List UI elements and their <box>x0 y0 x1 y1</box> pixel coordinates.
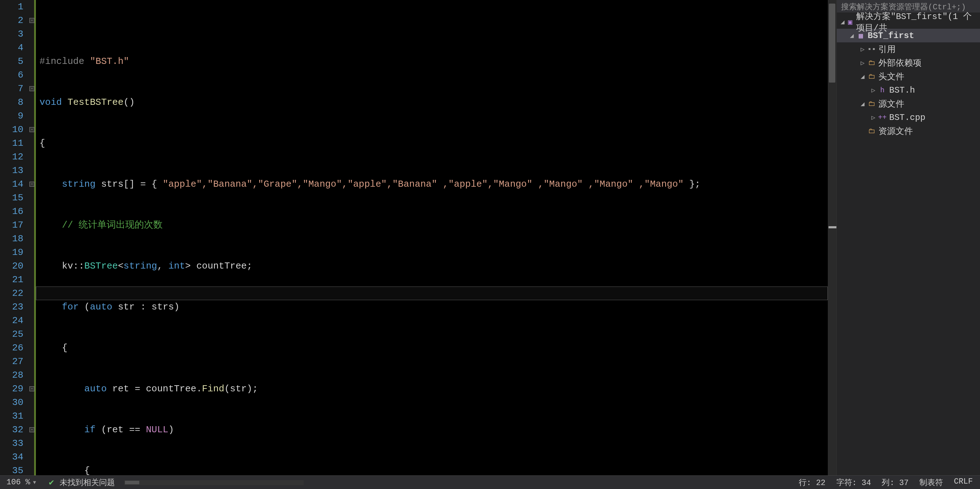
line-number[interactable]: 20 <box>0 259 23 273</box>
status-bar: 106 % ▼ ✔ 未找到相关问题 行: 22 字符: 34 列: 37 制表符… <box>0 475 980 489</box>
resources-label: 资源文件 <box>878 125 913 137</box>
line-number[interactable]: 24 <box>0 314 23 327</box>
tree-header-file[interactable]: ▷ h BST.h <box>837 83 980 97</box>
eol-mode[interactable]: CRLF <box>954 477 973 488</box>
expander-icon[interactable]: ◢ <box>848 32 856 40</box>
line-number[interactable]: 25 <box>0 327 23 341</box>
fold-toggle-icon[interactable]: - <box>29 127 35 132</box>
chevron-down-icon: ▼ <box>33 479 36 486</box>
folder-icon: 🗀 <box>867 72 876 81</box>
horizontal-scrollbar[interactable] <box>124 480 304 485</box>
overview-mark <box>829 226 837 228</box>
line-number[interactable]: 16 <box>0 205 23 218</box>
code-text-area[interactable]: #include "BST.h" void TestBSTree() { str… <box>36 0 828 475</box>
folder-icon: 🗀 <box>867 59 876 67</box>
fold-toggle-icon[interactable]: - <box>29 18 35 23</box>
line-number[interactable]: 22 <box>0 287 23 300</box>
expander-icon[interactable]: ◢ <box>839 18 846 26</box>
fold-column[interactable]: - - - - - - - <box>29 0 36 475</box>
tree-references-node[interactable]: ▷ ▪▪ 引用 <box>837 42 980 56</box>
fold-toggle-icon[interactable]: - <box>29 86 35 91</box>
line-number[interactable]: 21 <box>0 273 23 287</box>
cpp-file-icon: ++ <box>878 113 887 122</box>
zoom-dropdown[interactable]: 106 % ▼ <box>3 477 43 487</box>
line-number[interactable]: 5 <box>0 54 23 68</box>
line-number[interactable]: 33 <box>0 436 23 450</box>
project-icon: ▦ <box>856 31 865 40</box>
line-number[interactable]: 10 <box>0 123 23 137</box>
main-area: 1 2 3 4 5 6 7 8 9 10 11 12 13 14 15 16 1… <box>0 0 980 475</box>
solution-label: 解决方案"BST_first"(1 个项目/共 <box>856 10 980 33</box>
expander-icon[interactable]: ▷ <box>869 113 878 121</box>
cursor-char[interactable]: 字符: 34 <box>837 477 871 488</box>
line-number[interactable]: 1 <box>0 0 23 14</box>
code-editor[interactable]: 1 2 3 4 5 6 7 8 9 10 11 12 13 14 15 16 1… <box>0 0 837 475</box>
line-number[interactable]: 23 <box>0 300 23 314</box>
tree-source-file[interactable]: ▷ ++ BST.cpp <box>837 111 980 124</box>
expander-icon[interactable]: ▷ <box>858 59 867 67</box>
line-number[interactable]: 31 <box>0 409 23 423</box>
vertical-scrollbar[interactable] <box>828 0 837 475</box>
headers-label: 头文件 <box>878 71 904 82</box>
folder-icon: 🗀 <box>867 127 876 135</box>
expander-icon[interactable]: ▷ <box>858 45 867 53</box>
fold-toggle-icon[interactable]: - <box>29 182 35 187</box>
line-number[interactable]: 9 <box>0 109 23 123</box>
source-file-label: BST.cpp <box>889 113 926 123</box>
header-file-icon: h <box>878 86 887 94</box>
expander-icon[interactable]: ▷ <box>869 86 878 94</box>
line-number[interactable]: 26 <box>0 341 23 355</box>
folder-icon: 🗀 <box>867 99 876 108</box>
current-line-indicator <box>36 287 828 300</box>
tree-sources-node[interactable]: ◢ 🗀 源文件 <box>837 97 980 111</box>
tree-headers-node[interactable]: ◢ 🗀 头文件 <box>837 70 980 83</box>
line-number[interactable]: 30 <box>0 396 23 409</box>
cursor-col[interactable]: 列: 37 <box>881 477 908 488</box>
line-number[interactable]: 12 <box>0 150 23 164</box>
line-number[interactable]: 29 <box>0 382 23 396</box>
externaldeps-label: 外部依赖项 <box>878 57 921 68</box>
line-number[interactable]: 4 <box>0 41 23 54</box>
references-label: 引用 <box>878 43 896 55</box>
header-file-label: BST.h <box>889 86 915 95</box>
fold-toggle-icon[interactable]: - <box>29 386 35 391</box>
line-number[interactable]: 34 <box>0 450 23 464</box>
line-number[interactable]: 27 <box>0 355 23 368</box>
cursor-line[interactable]: 行: 22 <box>799 477 826 488</box>
tree-solution-node[interactable]: ◢ ▣ 解决方案"BST_first"(1 个项目/共 <box>837 15 980 29</box>
expander-icon[interactable]: ◢ <box>858 73 867 80</box>
line-number[interactable]: 17 <box>0 218 23 232</box>
line-number[interactable]: 6 <box>0 68 23 82</box>
line-number[interactable]: 2 <box>0 14 23 27</box>
expander-icon[interactable]: ◢ <box>858 100 867 108</box>
line-number[interactable]: 35 <box>0 464 23 475</box>
line-number[interactable]: 11 <box>0 137 23 150</box>
issues-label[interactable]: 未找到相关问题 <box>60 477 115 488</box>
tree-externaldeps-node[interactable]: ▷ 🗀 外部依赖项 <box>837 56 980 70</box>
keyword-void: void <box>40 97 62 108</box>
line-number[interactable]: 28 <box>0 368 23 382</box>
line-number[interactable]: 7 <box>0 82 23 96</box>
solution-tree[interactable]: ◢ ▣ 解决方案"BST_first"(1 个项目/共 ◢ ▦ BST_firs… <box>837 13 980 475</box>
scrollbar-thumb[interactable] <box>125 481 139 484</box>
line-number[interactable]: 15 <box>0 191 23 205</box>
comment: // 统计单词出现的次数 <box>40 220 162 231</box>
line-number[interactable]: 8 <box>0 96 23 109</box>
line-number[interactable]: 18 <box>0 232 23 245</box>
fold-toggle-icon[interactable]: - <box>29 427 35 432</box>
references-icon: ▪▪ <box>867 45 876 54</box>
line-number[interactable]: 14 <box>0 177 23 191</box>
tree-resources-node[interactable]: 🗀 资源文件 <box>837 124 980 138</box>
line-number[interactable]: 13 <box>0 164 23 177</box>
include-header: "BST.h" <box>90 56 129 67</box>
indent-mode[interactable]: 制表符 <box>920 477 943 488</box>
line-number-gutter[interactable]: 1 2 3 4 5 6 7 8 9 10 11 12 13 14 15 16 1… <box>0 0 29 475</box>
sources-label: 源文件 <box>878 98 904 110</box>
solution-explorer-panel: 搜索解决方案资源管理器(Ctrl+;) ◢ ▣ 解决方案"BST_first"(… <box>837 0 980 475</box>
scrollbar-thumb[interactable] <box>829 3 835 83</box>
zoom-value: 106 % <box>6 478 30 487</box>
line-number[interactable]: 32 <box>0 423 23 436</box>
line-number[interactable]: 19 <box>0 245 23 259</box>
line-number[interactable]: 3 <box>0 27 23 41</box>
project-label: BST_first <box>868 31 914 41</box>
